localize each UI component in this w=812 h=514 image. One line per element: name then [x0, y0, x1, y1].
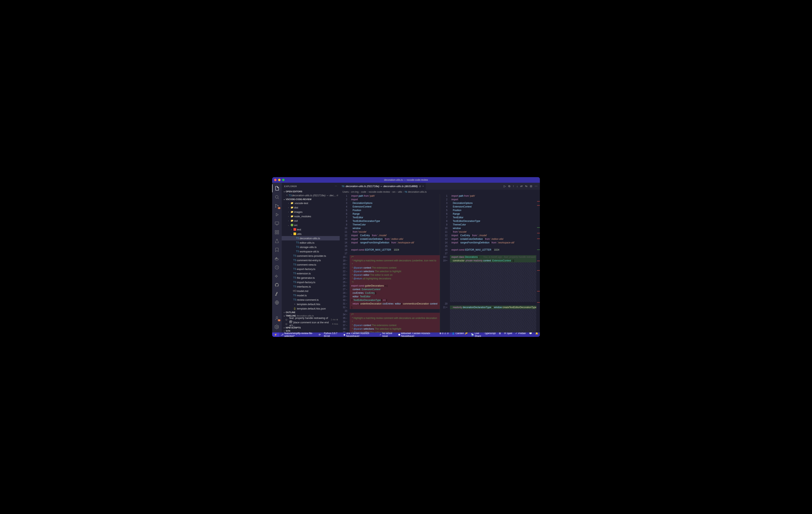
outline-section[interactable]: ›OUTLINE: [282, 311, 340, 314]
tree-item-workspace-util-ts[interactable]: TSworkspace-util.ts: [282, 249, 340, 253]
timeline-icon[interactable]: [272, 263, 282, 271]
tree-item-extension-ts[interactable]: TSextension.ts: [282, 271, 340, 276]
sync-button[interactable]: ⟳: [317, 332, 322, 337]
jira-button[interactable]: ◆ Jira: Carsten Rösnick-Neugebauer:: [342, 332, 378, 337]
remote-button[interactable]: ⚡: [272, 332, 279, 337]
svg-rect-10: [276, 258, 277, 259]
tree-item-storage-utils-ts[interactable]: TSstorage-utils.ts: [282, 245, 340, 249]
diff-icon[interactable]: ⇆: [525, 184, 527, 188]
svg-point-16: [276, 326, 278, 328]
window-controls: [274, 179, 285, 181]
minimap[interactable]: [536, 194, 540, 332]
swap-icon[interactable]: ⇄: [520, 184, 523, 188]
diff-right-pane[interactable]: 1234567891011121314151617181920212223242…: [440, 194, 540, 332]
remote-icon[interactable]: [272, 219, 282, 228]
tree-item--vscode-test[interactable]: ›📁.vscode-test: [282, 201, 340, 205]
tree-item-dist[interactable]: ›📁dist: [282, 205, 340, 210]
gitlens-icon[interactable]: [272, 272, 282, 280]
docker-icon[interactable]: [272, 254, 282, 263]
tree-item-decoration-utils-ts[interactable]: TSdecoration-utils.ts: [282, 236, 340, 240]
sidebar-header: EXPLORER ⋯: [282, 183, 340, 190]
svg-point-1: [275, 204, 276, 205]
close-window[interactable]: [274, 179, 277, 181]
tree-item-template-default-hbs-json[interactable]: {}template.default.hbs.json: [282, 306, 340, 311]
tree-item-src[interactable]: ⌄🟢src: [282, 223, 340, 227]
up-icon[interactable]: ↑: [513, 184, 514, 188]
breadcrumb-item[interactable]: decoration-utils.ts: [408, 190, 427, 193]
open-editor-item[interactable]: × TS decoration-utils.ts (f321716e) ↔ de…: [282, 193, 340, 198]
svg-rect-11: [277, 258, 278, 259]
maximize-window[interactable]: [282, 179, 285, 181]
more-icon[interactable]: ⋯: [335, 185, 337, 187]
test-icon[interactable]: [272, 237, 282, 245]
search-icon[interactable]: [272, 193, 282, 201]
project-section[interactable]: ⌄VSCODE-CODE-REVIEW: [282, 198, 340, 201]
breadcrumb[interactable]: Users›crn-tng›code›vscode-code-review›sr…: [340, 190, 540, 194]
tree-item-editor-utils-ts[interactable]: TSeditor-utils.ts: [282, 240, 340, 245]
branch-button[interactable]: ⎇ feature/simplify-review-file-selection…: [279, 332, 317, 337]
tree-item-comment-lens-provider-ts[interactable]: TScomment-lens-provider.ts: [282, 253, 340, 258]
issue-button[interactable]: ✓ No active issue: [378, 332, 397, 337]
window-title: decoration-utils.ts — vscode-code-review: [384, 179, 428, 181]
collapse-icon[interactable]: ⊟: [530, 184, 532, 188]
bookmarks-icon[interactable]: [272, 246, 282, 254]
breadcrumb-item[interactable]: code: [361, 190, 366, 193]
down-icon[interactable]: ↓: [517, 184, 518, 188]
open-editors-section[interactable]: ⌄OPEN EDITORS: [282, 190, 340, 193]
split-icon[interactable]: ⧉: [508, 184, 510, 188]
tree-item-review-comment-ts[interactable]: TSreview-comment.ts: [282, 298, 340, 302]
python-button[interactable]: Python 3.9.7 64-bit: [322, 332, 342, 337]
svg-rect-5: [275, 231, 277, 232]
tree-item-images[interactable]: ›📁images: [282, 210, 340, 214]
extensions-icon[interactable]: [272, 228, 282, 236]
tree-item-out[interactable]: ›📁out: [282, 218, 340, 223]
explorer-icon[interactable]: [272, 184, 282, 192]
readonly-icon: ⊘: [419, 185, 421, 188]
more-icon[interactable]: ⋯: [535, 184, 538, 188]
account-badge: 1: [278, 319, 281, 321]
tree-item-comment-list-entry-ts[interactable]: TScomment-list-entry.ts: [282, 258, 340, 262]
debug-icon[interactable]: [272, 211, 282, 219]
bitbucket-button[interactable]: ⬢ Bitbucket: Carsten Rösnick-Neugebauer:: [397, 332, 438, 337]
account-icon[interactable]: 1: [272, 314, 282, 322]
diff-left-pane[interactable]: 1234567891011121314151617181920212223242…: [340, 194, 440, 332]
breadcrumb-item[interactable]: crn-tng: [351, 190, 358, 193]
svg-rect-6: [277, 231, 279, 232]
ts-icon: TS: [342, 185, 345, 187]
vscode-window: decoration-utils.ts — vscode-code-review…: [272, 177, 540, 337]
breadcrumb-item[interactable]: Users: [343, 190, 349, 193]
tree-item-node_modules[interactable]: ›📁node_modules: [282, 214, 340, 218]
minimize-window[interactable]: [278, 179, 281, 181]
tree-item-comment-view-ts[interactable]: TScomment-view.ts: [282, 262, 340, 267]
breadcrumb-item[interactable]: utils: [398, 190, 402, 193]
scm-icon[interactable]: 2: [272, 202, 282, 210]
tree-item-file-generator-ts[interactable]: TSfile-generator.ts: [282, 276, 340, 280]
svg-point-0: [275, 195, 278, 198]
editor-tab[interactable]: TS decoration-utils.ts (f321716e) ↔ deco…: [340, 183, 426, 190]
liveshare-button[interactable]: 📡 Live Share: [469, 332, 483, 337]
live-share-icon[interactable]: [272, 299, 282, 306]
tab-label: decoration-utils.ts (f321716e) ↔ decorat…: [346, 185, 418, 188]
atlassian-icon[interactable]: [272, 290, 282, 298]
breadcrumb-item[interactable]: vscode-code-review: [369, 190, 390, 193]
tree-item-interfaces-ts[interactable]: TSinterfaces.ts: [282, 284, 340, 289]
tree-item-model-ts[interactable]: TSmodel.ts: [282, 293, 340, 298]
close-icon[interactable]: ×: [285, 194, 289, 197]
tree-item-utils[interactable]: ⌄🟨utils: [282, 232, 340, 236]
npm-section[interactable]: ›NPM SCRIPTS: [282, 326, 340, 329]
activity-bar: 2 1: [272, 183, 282, 332]
tree-item-model-md[interactable]: MDmodel.md: [282, 289, 340, 293]
svg-point-15: [276, 316, 278, 318]
timeline-item[interactable]: ⊙fix: place comment icon at the end of t…: [282, 322, 340, 326]
svg-rect-12: [276, 258, 277, 258]
svg-rect-7: [275, 233, 277, 234]
breadcrumb-item[interactable]: src: [392, 190, 396, 193]
tree-item-test[interactable]: ›🟥test: [282, 227, 340, 232]
close-tab-icon[interactable]: ×: [423, 185, 424, 188]
settings-icon[interactable]: [272, 323, 282, 331]
tree-item-template-default-hbs[interactable]: ~template.default.hbs: [282, 302, 340, 306]
run-icon[interactable]: ▷: [504, 184, 506, 188]
github-icon[interactable]: [272, 281, 282, 289]
tree-item-import-factory-ts[interactable]: TSimport-factory.ts: [282, 280, 340, 284]
tree-item-export-factory-ts[interactable]: TSexport-factory.ts: [282, 267, 340, 271]
